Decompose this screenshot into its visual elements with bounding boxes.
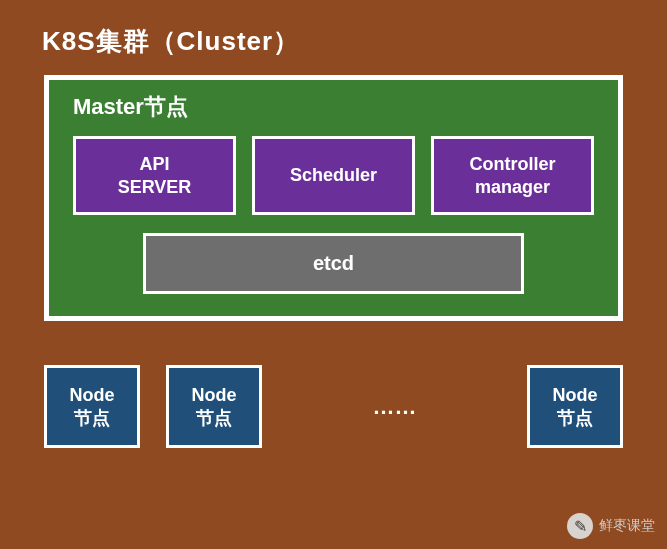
watermark-text: 鲜枣课堂 [599,517,655,535]
controller-manager-label: Controller manager [469,153,555,198]
etcd-label: etcd [313,252,354,274]
api-server-label: API SERVER [118,153,192,198]
api-server-box: API SERVER [73,136,236,215]
cluster-title: K8S集群（Cluster） [30,24,637,59]
master-components-row: API SERVER Scheduler Controller manager [73,136,594,215]
watermark-icon: ✎ [567,513,593,539]
master-title: Master节点 [73,92,594,122]
node-label: Node 节点 [192,385,237,428]
node-box-n: Node 节点 [527,365,623,448]
etcd-box: etcd [143,233,524,294]
controller-manager-box: Controller manager [431,136,594,215]
watermark: ✎ 鲜枣课堂 [567,513,655,539]
nodes-ellipsis: …… [288,394,501,420]
diagram-container: K8S集群（Cluster） Master节点 API SERVER Sched… [0,0,667,448]
worker-nodes-row: Node 节点 Node 节点 …… Node 节点 [44,365,623,448]
node-label: Node 节点 [70,385,115,428]
scheduler-label: Scheduler [290,164,377,187]
node-box-2: Node 节点 [166,365,262,448]
master-node-box: Master节点 API SERVER Scheduler Controller… [44,75,623,321]
node-box-1: Node 节点 [44,365,140,448]
node-label: Node 节点 [553,385,598,428]
scheduler-box: Scheduler [252,136,415,215]
